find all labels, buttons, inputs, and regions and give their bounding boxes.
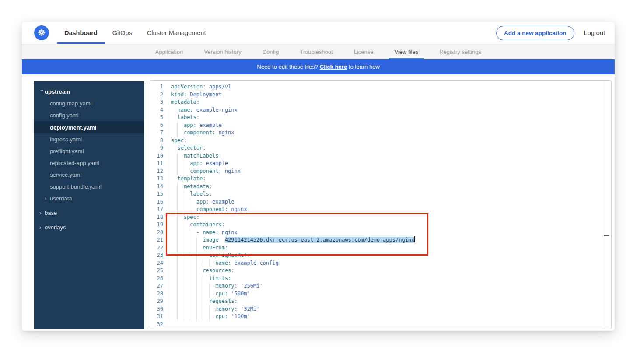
code-line[interactable]: 27 memory: '256Mi' (150, 282, 611, 290)
nav-item-gitops[interactable]: GitOps (105, 22, 140, 44)
code-line[interactable]: 23 - configMapRef: (150, 252, 611, 260)
code-line[interactable]: 14 metadata: (150, 183, 611, 191)
code-line[interactable]: 11 app: example (150, 160, 611, 168)
tab-registry-settings[interactable]: Registry settings (429, 44, 492, 60)
nav-item-cluster-management[interactable]: Cluster Management (140, 22, 214, 44)
line-number: 8 (150, 137, 163, 145)
tree-item-label: upstream (45, 88, 70, 95)
code-text: component: nginx (171, 129, 234, 137)
file-item-ingress-yaml[interactable]: ingress.yaml (34, 133, 144, 145)
code-line[interactable]: 9 selector: (150, 144, 611, 152)
code-line[interactable]: 29 requests: (150, 298, 611, 305)
line-number: 27 (150, 282, 163, 290)
code-line[interactable]: 30 memory: '32Mi' (150, 305, 611, 313)
line-number: 31 (150, 313, 163, 321)
code-line[interactable]: 24 name: example-config (150, 260, 611, 267)
file-item-config-map-yaml[interactable]: config-map.yaml (34, 98, 144, 109)
tree-item-label: userdata (50, 195, 72, 202)
line-number: 28 (150, 290, 163, 298)
tab-application[interactable]: Application (145, 44, 194, 60)
code-text: app: example (171, 198, 234, 206)
code-line[interactable]: 16 app: example (150, 198, 611, 206)
tree-item-label: config.yaml (50, 112, 79, 119)
code-line[interactable]: 1apiVersion: apps/v1 (150, 83, 611, 91)
code-line[interactable]: 6 app: example (150, 122, 611, 130)
code-text: component: nginx (171, 168, 241, 175)
tree-item-label: config-map.yaml (50, 100, 91, 107)
selected-text[interactable]: 429114214526.dkr.ecr.us-east-2.amazonaws… (225, 237, 414, 243)
code-text: name: example-config (171, 260, 279, 267)
editor-scrollbar-thumb[interactable] (604, 235, 609, 236)
file-item-preflight-yaml[interactable]: preflight.yaml (34, 145, 144, 157)
code-text: metadata: (171, 183, 212, 191)
line-number: 12 (150, 168, 163, 175)
banner-text-after: to learn how (349, 63, 380, 70)
code-line[interactable]: 19 containers: (150, 221, 611, 229)
chevron-right-icon: › (39, 210, 45, 216)
file-item-service-yaml[interactable]: service.yaml (34, 169, 144, 181)
file-item-support-bundle-yaml[interactable]: support-bundle.yaml (34, 181, 144, 193)
line-number: 13 (150, 175, 163, 183)
add-application-button[interactable]: Add a new application (496, 26, 574, 40)
code-line[interactable]: 8spec: (150, 137, 611, 145)
tree-item-label: replicated-app.yaml (50, 160, 99, 166)
line-number: 22 (150, 244, 163, 252)
code-line[interactable]: 10 matchLabels: (150, 152, 611, 160)
folder-item-upstream[interactable]: ›upstream (34, 86, 144, 98)
tab-config[interactable]: Config (252, 44, 290, 60)
code-line[interactable]: 3metadata: (150, 98, 611, 106)
nav-item-dashboard[interactable]: Dashboard (57, 22, 105, 44)
click-here-link[interactable]: Click here (320, 63, 347, 70)
code-text: selector: (171, 144, 206, 152)
line-number: 26 (150, 275, 163, 283)
code-line[interactable]: 20 - name: nginx (150, 229, 611, 237)
code-text: image: 429114214526.dkr.ecr.us-east-2.am… (171, 236, 415, 244)
tab-bar: ApplicationVersion historyConfigTroubles… (22, 44, 615, 59)
code-line[interactable]: 25 resources: (150, 267, 611, 275)
tree-item-label: service.yaml (50, 172, 81, 178)
code-line[interactable]: 4 name: example-nginx (150, 106, 611, 114)
code-line[interactable]: 15 labels: (150, 190, 611, 198)
header-right: Add a new application Log out (496, 26, 605, 40)
folder-item-overlays[interactable]: ›overlays (34, 221, 144, 233)
tab-troubleshoot[interactable]: Troubleshoot (289, 44, 343, 60)
tab-version-history[interactable]: Version history (193, 44, 252, 60)
code-text: labels: (171, 190, 212, 198)
folder-item-base[interactable]: ›base (34, 207, 144, 219)
file-item-replicated-app-yaml[interactable]: replicated-app.yaml (34, 157, 144, 169)
code-text: metadata: (171, 98, 200, 106)
folder-item-userdata[interactable]: ›userdata (34, 193, 144, 204)
code-text: envFrom: (171, 244, 228, 252)
code-text: component: nginx (171, 206, 247, 214)
code-line[interactable]: 7 component: nginx (150, 129, 611, 137)
code-text: limits: (171, 275, 231, 283)
tab-license[interactable]: License (343, 44, 384, 60)
file-item-deployment-yaml[interactable]: deployment.yaml (34, 121, 144, 133)
code-line[interactable]: 13 template: (150, 175, 611, 183)
logout-link[interactable]: Log out (584, 29, 605, 36)
file-item-config-yaml[interactable]: config.yaml (34, 109, 144, 121)
line-number: 14 (150, 183, 163, 191)
code-editor[interactable]: 1apiVersion: apps/v12kind: Deployment3me… (150, 80, 612, 329)
code-text: cpu: '100m' (171, 313, 250, 321)
code-line[interactable]: 18 spec: (150, 214, 611, 221)
code-line[interactable]: 32 (150, 321, 611, 329)
code-line[interactable]: 28 cpu: '500m' (150, 290, 611, 298)
tab-view-files[interactable]: View files (384, 44, 429, 60)
line-number: 21 (150, 236, 163, 244)
chevron-right-icon: › (39, 225, 45, 230)
line-number: 5 (150, 114, 163, 122)
line-number: 19 (150, 221, 163, 229)
code-line[interactable]: 26 limits: (150, 275, 611, 283)
code-line[interactable]: 5 labels: (150, 114, 611, 122)
code-line[interactable]: 12 component: nginx (150, 168, 611, 175)
code-text: memory: '256Mi' (171, 282, 263, 290)
code-line[interactable]: 17 component: nginx (150, 206, 611, 214)
code-line[interactable]: 21 image: 429114214526.dkr.ecr.us-east-2… (150, 236, 611, 244)
code-line[interactable]: 31 cpu: '100m' (150, 313, 611, 321)
code-line[interactable]: 2kind: Deployment (150, 91, 611, 99)
code-line[interactable]: 22 envFrom: (150, 244, 611, 252)
code-text: labels: (171, 114, 200, 122)
code-text: containers: (171, 221, 225, 229)
line-number: 30 (150, 305, 163, 313)
